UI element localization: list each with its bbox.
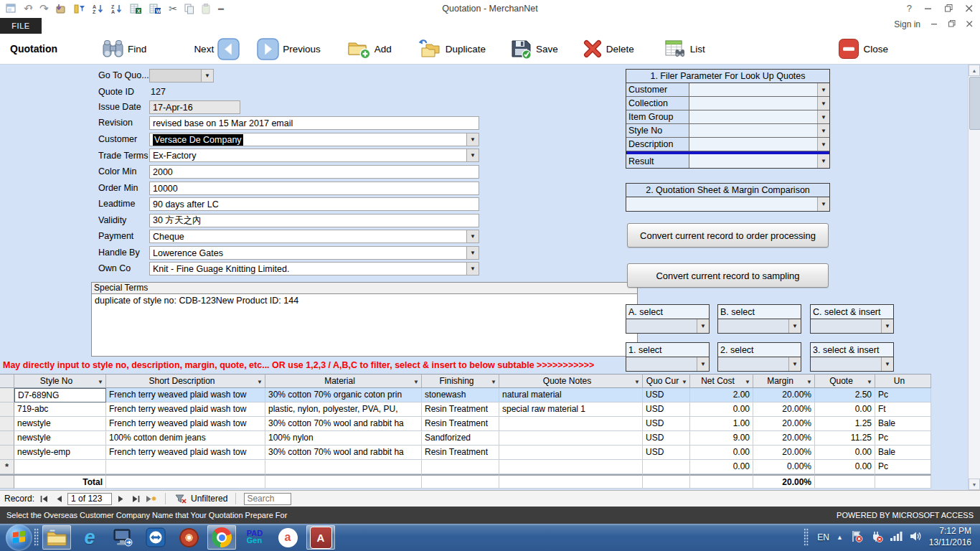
payment-combobox[interactable]: Cheque ▼ bbox=[149, 230, 479, 243]
duplicate-button[interactable]: Duplicate bbox=[418, 38, 486, 60]
cell-quote-notes[interactable] bbox=[499, 460, 643, 474]
filter-status-icon[interactable] bbox=[174, 493, 188, 505]
cell-material[interactable]: 30% cotton 70% organic coton prin bbox=[265, 388, 422, 402]
new-record-marker[interactable]: * bbox=[0, 460, 14, 474]
cell-net-cost[interactable]: 9.00 bbox=[690, 431, 753, 446]
filter-collection-dropdown-icon[interactable]: ▼ bbox=[817, 97, 829, 110]
convert-to-order-button[interactable]: Convert current record to order processi… bbox=[627, 223, 829, 248]
start-button[interactable] bbox=[6, 524, 32, 551]
column-dropdown-icon[interactable]: ▼ bbox=[682, 379, 687, 385]
cell-quo-cur[interactable]: USD bbox=[643, 431, 690, 446]
scrollbar-thumb[interactable] bbox=[969, 77, 980, 130]
cell-finishing[interactable]: Resin Treatment bbox=[422, 446, 499, 460]
select-c-combobox[interactable]: ▼ bbox=[810, 319, 894, 334]
column-header-margin[interactable]: Margin▼ bbox=[753, 374, 815, 388]
delete-button[interactable]: Delete bbox=[583, 39, 634, 59]
select-2-combobox[interactable]: ▼ bbox=[717, 357, 801, 372]
first-record-button[interactable] bbox=[37, 493, 50, 505]
column-dropdown-icon[interactable]: ▼ bbox=[745, 379, 750, 385]
select-a-dropdown-icon[interactable]: ▼ bbox=[697, 319, 709, 333]
record-search-input[interactable] bbox=[244, 493, 291, 505]
cell-net-cost[interactable]: 0.00 bbox=[690, 460, 753, 474]
customer-dropdown-icon[interactable]: ▼ bbox=[466, 133, 479, 146]
sign-in-link[interactable]: Sign in bbox=[894, 19, 920, 29]
volume-icon[interactable] bbox=[910, 531, 922, 545]
filter-style-no-combobox[interactable]: ▼ bbox=[689, 124, 829, 137]
previous-record-button[interactable] bbox=[52, 493, 65, 505]
filter-item-group-dropdown-icon[interactable]: ▼ bbox=[817, 110, 829, 123]
row-selector[interactable] bbox=[0, 417, 14, 431]
filter-result-combobox[interactable]: ▼ bbox=[689, 154, 829, 168]
cell-short-description[interactable]: French terry weaved plaid wash tow bbox=[106, 402, 265, 417]
taskbar-file-explorer[interactable] bbox=[42, 525, 71, 550]
cell-style-no[interactable]: 719-abc bbox=[14, 402, 106, 417]
filter-status-label[interactable]: Unfiltered bbox=[191, 494, 227, 504]
column-dropdown-icon[interactable]: ▼ bbox=[257, 379, 263, 385]
column-header-quo-cur[interactable]: Quo Cur▼ bbox=[643, 374, 690, 388]
cell-short-description[interactable]: French terry weaved plaid wash tow bbox=[106, 388, 265, 402]
close-window-button[interactable] bbox=[966, 5, 973, 12]
add-button[interactable]: Add bbox=[347, 38, 392, 60]
trade-terms-combobox[interactable]: Ex-Factory ▼ bbox=[149, 149, 479, 162]
file-tab[interactable]: FILE bbox=[0, 18, 42, 34]
cell-margin[interactable]: 0.00% bbox=[753, 460, 815, 474]
power-status-icon[interactable] bbox=[870, 530, 883, 545]
doc-close-button[interactable] bbox=[966, 19, 973, 29]
column-header-material[interactable]: Material▼ bbox=[265, 374, 422, 388]
form-vertical-scrollbar[interactable]: ▲ ▼ bbox=[968, 65, 980, 490]
close-button[interactable]: Close bbox=[838, 38, 888, 60]
cell-quote-notes[interactable]: natural material bbox=[499, 388, 643, 402]
subtable-corner-cell[interactable] bbox=[0, 374, 14, 388]
revision-field[interactable]: revised base on 15 Mar 2017 email bbox=[149, 116, 479, 130]
column-dropdown-icon[interactable]: ▼ bbox=[98, 379, 103, 385]
cell-short-description[interactable]: French terry weaved plaid wash tow bbox=[106, 417, 265, 431]
cell-unit[interactable]: Pc bbox=[875, 388, 931, 402]
doc-restore-button[interactable] bbox=[948, 19, 956, 29]
column-header-style-no[interactable]: Style No▼ bbox=[14, 374, 106, 388]
filter-description-dropdown-icon[interactable]: ▼ bbox=[817, 138, 829, 151]
cell-net-cost[interactable]: 1.00 bbox=[690, 417, 753, 431]
filter-customer-combobox[interactable]: ▼ bbox=[689, 83, 829, 96]
taskbar-appserv[interactable]: a bbox=[273, 525, 302, 550]
own-co-combobox[interactable]: Knit - Fine Guage Knitting Limited. ▼ bbox=[149, 262, 479, 276]
column-dropdown-icon[interactable]: ▼ bbox=[634, 379, 640, 385]
cell-quote[interactable]: 11.25 bbox=[815, 431, 875, 446]
doc-minimize-button[interactable] bbox=[931, 19, 938, 29]
cell-quote-notes[interactable] bbox=[499, 417, 643, 431]
filter-result-dropdown-icon[interactable]: ▼ bbox=[817, 154, 829, 168]
select-2-dropdown-icon[interactable]: ▼ bbox=[788, 357, 801, 371]
scroll-down-icon[interactable]: ▼ bbox=[969, 479, 980, 490]
row-selector[interactable] bbox=[0, 446, 14, 460]
row-selector[interactable] bbox=[0, 431, 14, 446]
taskbar-chrome[interactable] bbox=[207, 525, 236, 550]
column-header-quote[interactable]: Quote▼ bbox=[815, 374, 875, 388]
comparison-combobox[interactable]: ▼ bbox=[626, 197, 829, 211]
cell-style-no[interactable]: newstyle bbox=[14, 431, 106, 446]
cell-quo-cur[interactable]: USD bbox=[643, 446, 690, 460]
cell-quote[interactable]: 1.25 bbox=[815, 417, 875, 431]
column-header-finishing[interactable]: Finishing▼ bbox=[422, 374, 499, 388]
special-terms-field[interactable]: duplicate of style no: CDB-123New Produc… bbox=[91, 294, 638, 357]
column-dropdown-icon[interactable]: ▼ bbox=[867, 379, 872, 385]
network-signal-icon[interactable] bbox=[890, 531, 903, 544]
cell-style-no[interactable]: newstyle-emp bbox=[14, 446, 106, 460]
find-button[interactable]: Find bbox=[102, 39, 146, 60]
order-min-field[interactable]: 10000 bbox=[149, 182, 479, 195]
cell-margin[interactable]: 20.00% bbox=[753, 417, 815, 431]
select-a-combobox[interactable]: ▼ bbox=[626, 319, 710, 334]
color-min-field[interactable]: 2000 bbox=[149, 165, 479, 179]
select-3-combobox[interactable]: ▼ bbox=[810, 357, 894, 372]
help-button[interactable]: ? bbox=[907, 3, 912, 14]
column-header-short-description[interactable]: Short Description▼ bbox=[106, 374, 265, 388]
cell-margin[interactable]: 20.00% bbox=[753, 402, 815, 417]
cell-short-description[interactable] bbox=[106, 460, 265, 474]
cell-net-cost[interactable]: 0.00 bbox=[690, 446, 753, 460]
last-record-button[interactable] bbox=[130, 493, 142, 505]
column-dropdown-icon[interactable]: ▼ bbox=[413, 379, 419, 385]
cell-style-no[interactable]: D7-689NG bbox=[14, 388, 106, 402]
own-co-dropdown-icon[interactable]: ▼ bbox=[466, 263, 479, 275]
filter-customer-dropdown-icon[interactable]: ▼ bbox=[817, 83, 829, 96]
cell-finishing[interactable]: Resin Treatment bbox=[422, 402, 499, 417]
column-dropdown-icon[interactable]: ▼ bbox=[806, 379, 812, 385]
taskbar-clock[interactable]: 7:12 PM 13/11/2016 bbox=[929, 526, 976, 548]
